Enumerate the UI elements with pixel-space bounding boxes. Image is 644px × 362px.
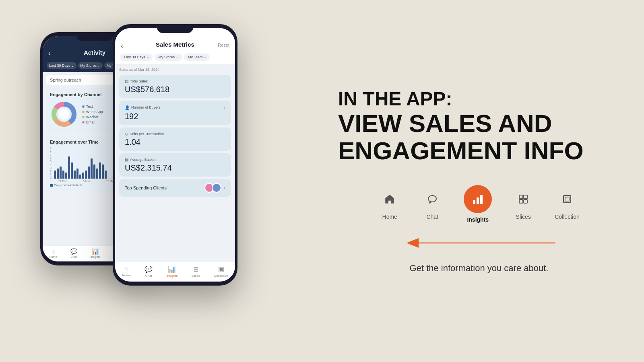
back-nav-insights[interactable]: 📊 Insights <box>91 248 100 258</box>
total-sales-value: US$576,618 <box>125 85 225 94</box>
units-card: ◇ Units per Transaction 1.04 <box>119 128 231 151</box>
nav-display-slices: Slices <box>512 188 535 220</box>
svg-rect-8 <box>477 197 479 204</box>
nav-display-chat: Chat <box>421 188 444 220</box>
home-icon <box>384 193 395 205</box>
sales-title: Sales Metrics <box>121 41 229 48</box>
svg-rect-7 <box>473 200 475 204</box>
reset-button[interactable]: Reset <box>218 43 229 47</box>
chat-icon <box>427 193 438 205</box>
legend-items: Text WhatsApp Wechat Email <box>82 105 103 124</box>
arrow-container <box>338 235 620 251</box>
total-sales-title: ▤ Total Sales <box>125 79 148 83</box>
front-nav-chat[interactable]: 💬 Chat <box>144 265 153 278</box>
home-label: Home <box>382 214 397 220</box>
sales-filter-team[interactable]: My Team <box>184 53 210 61</box>
back-nav-chat[interactable]: 💬 Chat <box>70 248 77 258</box>
svg-rect-11 <box>524 195 527 199</box>
filter-chip-stores[interactable]: My Stores <box>78 62 103 69</box>
svg-rect-14 <box>564 195 571 203</box>
front-nav-slices[interactable]: ⊞ Slices <box>192 265 200 278</box>
slices-icon <box>518 193 529 205</box>
front-phone-screen: ‹ Sales Metrics Reset Last 30 Days My St… <box>115 28 235 282</box>
insights-icon <box>471 193 484 206</box>
buyers-chevron[interactable]: › <box>224 105 225 110</box>
nav-display: Home Chat Insights <box>338 185 620 223</box>
slices-label: Slices <box>516 214 531 220</box>
basket-title: ▤ Average Basket <box>125 157 155 162</box>
nav-display-collection: Collection <box>555 188 579 220</box>
phones-section: ‹ Activity Last 30 Days My Stores My Tea… <box>24 8 306 354</box>
headline-line2: View Sales and <box>338 110 620 137</box>
front-nav-collection[interactable]: ▣ Collection <box>214 265 228 278</box>
phone-notch-front <box>157 24 193 33</box>
collection-icon-wrap <box>556 188 578 210</box>
svg-rect-12 <box>519 200 523 203</box>
sales-filter-days[interactable]: Last 30 Days <box>120 53 153 61</box>
top-clients-card[interactable]: Top Spending Clients › <box>119 179 231 197</box>
donut-chart <box>50 100 78 128</box>
units-title: ◇ Units per Transaction <box>125 132 164 136</box>
svg-rect-10 <box>519 195 523 199</box>
buyers-card: 👤 Number of Buyers › 192 <box>119 101 231 125</box>
sales-back-btn[interactable]: ‹ <box>121 42 123 50</box>
svg-rect-15 <box>565 197 569 201</box>
right-section: In the App: View Sales and Engagement In… <box>306 88 620 273</box>
slices-icon-wrap <box>512 188 535 210</box>
sales-filters: Last 30 Days My Stores My Team <box>115 51 235 64</box>
sales-filter-stores[interactable]: My Stores <box>155 53 182 61</box>
buyers-title: 👤 Number of Buyers <box>125 105 161 110</box>
top-clients-title: Top Spending Clients <box>125 185 167 190</box>
units-value: 1.04 <box>125 138 225 147</box>
headline-line3: Engagement Info <box>338 137 620 165</box>
arrow-svg <box>402 235 555 251</box>
front-phone: ‹ Sales Metrics Reset Last 30 Days My St… <box>113 24 237 286</box>
front-nav-insights[interactable]: 📊 Insights <box>167 265 178 278</box>
phone-notch-back <box>76 32 113 41</box>
chat-icon-wrap <box>421 188 444 210</box>
basket-value: US$2,315.74 <box>125 163 225 173</box>
home-icon-wrap <box>378 188 401 210</box>
svg-point-6 <box>428 195 436 202</box>
buyers-value: 192 <box>125 112 225 121</box>
tagline: Get the information you care about. <box>338 263 620 274</box>
total-sales-card: ▤ Total Sales US$576,618 <box>119 75 231 98</box>
headline-line1: In the App: <box>338 88 620 110</box>
front-nav-home[interactable]: ⌂ Home <box>122 265 130 278</box>
front-phone-nav: ⌂ Home 💬 Chat 📊 Insights ⊞ Slices <box>115 262 235 282</box>
collection-icon <box>561 193 573 205</box>
back-nav-home[interactable]: ⌂ Home <box>50 248 57 258</box>
chat-label: Chat <box>426 214 438 220</box>
filter-chip-days[interactable]: Last 30 Days <box>47 62 76 69</box>
svg-rect-13 <box>524 200 527 203</box>
basket-card: ▤ Average Basket US$2,315.74 <box>119 153 231 177</box>
nav-display-home: Home <box>378 188 401 220</box>
nav-display-insights: Insights <box>464 185 492 223</box>
insights-icon-wrap <box>464 185 492 213</box>
back-arrow-icon[interactable]: ‹ <box>48 49 51 58</box>
svg-point-5 <box>59 109 69 119</box>
collection-label: Collection <box>555 214 579 220</box>
sales-date-label: Sales as of Mar 15, 2024 <box>119 68 231 72</box>
svg-rect-9 <box>480 195 483 204</box>
headline: In the App: View Sales and Engagement In… <box>338 88 620 165</box>
insights-label: Insights <box>467 216 489 223</box>
